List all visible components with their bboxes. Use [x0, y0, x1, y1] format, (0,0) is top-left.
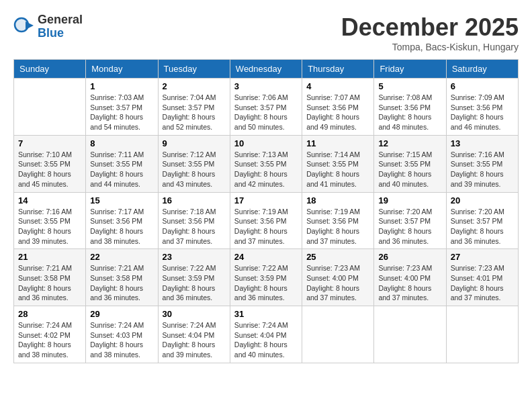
calendar-cell: 30Sunrise: 7:24 AM Sunset: 4:04 PM Dayli… [158, 306, 230, 363]
week-row-2: 7Sunrise: 7:10 AM Sunset: 3:55 PM Daylig… [14, 135, 519, 192]
cell-info: Sunrise: 7:20 AM Sunset: 3:57 PM Dayligh… [378, 207, 441, 246]
calendar-cell: 25Sunrise: 7:23 AM Sunset: 4:00 PM Dayli… [302, 249, 374, 306]
cell-info: Sunrise: 7:23 AM Sunset: 4:00 PM Dayligh… [306, 263, 369, 303]
day-number: 26 [378, 252, 441, 262]
calendar-cell: 1Sunrise: 7:03 AM Sunset: 3:57 PM Daylig… [86, 79, 158, 136]
calendar-cell: 19Sunrise: 7:20 AM Sunset: 3:57 PM Dayli… [374, 192, 446, 249]
calendar-cell: 24Sunrise: 7:22 AM Sunset: 3:59 PM Dayli… [230, 249, 302, 306]
day-number: 27 [451, 252, 514, 262]
calendar-cell: 28Sunrise: 7:24 AM Sunset: 4:02 PM Dayli… [14, 306, 86, 363]
cell-info: Sunrise: 7:10 AM Sunset: 3:55 PM Dayligh… [18, 150, 81, 189]
cell-info: Sunrise: 7:24 AM Sunset: 4:02 PM Dayligh… [18, 320, 81, 360]
calendar-cell [14, 79, 86, 136]
day-header-friday: Friday [374, 60, 446, 79]
day-header-wednesday: Wednesday [230, 60, 302, 79]
week-row-5: 28Sunrise: 7:24 AM Sunset: 4:02 PM Dayli… [14, 306, 519, 363]
day-number: 22 [90, 252, 153, 262]
day-number: 7 [18, 138, 81, 148]
calendar-cell: 13Sunrise: 7:16 AM Sunset: 3:55 PM Dayli… [446, 135, 518, 192]
cell-info: Sunrise: 7:24 AM Sunset: 4:03 PM Dayligh… [90, 320, 153, 360]
cell-info: Sunrise: 7:15 AM Sunset: 3:55 PM Dayligh… [378, 150, 441, 189]
week-row-3: 14Sunrise: 7:16 AM Sunset: 3:55 PM Dayli… [14, 192, 519, 249]
day-number: 9 [163, 138, 226, 148]
day-number: 21 [18, 252, 81, 262]
cell-info: Sunrise: 7:19 AM Sunset: 3:56 PM Dayligh… [306, 207, 369, 246]
cell-info: Sunrise: 7:14 AM Sunset: 3:55 PM Dayligh… [306, 150, 369, 189]
day-number: 13 [451, 138, 514, 148]
cell-info: Sunrise: 7:20 AM Sunset: 3:57 PM Dayligh… [451, 207, 514, 246]
day-header-monday: Monday [86, 60, 158, 79]
logo-icon [13, 16, 35, 38]
calendar-cell: 18Sunrise: 7:19 AM Sunset: 3:56 PM Dayli… [302, 192, 374, 249]
week-row-4: 21Sunrise: 7:21 AM Sunset: 3:58 PM Dayli… [14, 249, 519, 306]
calendar-cell: 3Sunrise: 7:06 AM Sunset: 3:57 PM Daylig… [230, 79, 302, 136]
cell-info: Sunrise: 7:17 AM Sunset: 3:56 PM Dayligh… [90, 207, 153, 246]
calendar-cell: 20Sunrise: 7:20 AM Sunset: 3:57 PM Dayli… [446, 192, 518, 249]
logo-blue: Blue [38, 27, 83, 40]
cell-info: Sunrise: 7:06 AM Sunset: 3:57 PM Dayligh… [234, 93, 298, 132]
day-number: 23 [163, 252, 226, 262]
day-number: 19 [378, 195, 441, 205]
cell-info: Sunrise: 7:21 AM Sunset: 3:58 PM Dayligh… [90, 263, 153, 303]
day-number: 18 [306, 195, 369, 205]
day-number: 12 [378, 138, 441, 148]
day-number: 11 [306, 138, 369, 148]
day-number: 20 [451, 195, 514, 205]
day-number: 10 [234, 138, 298, 148]
calendar-cell [374, 306, 446, 363]
cell-info: Sunrise: 7:24 AM Sunset: 4:04 PM Dayligh… [163, 320, 226, 360]
day-header-thursday: Thursday [302, 60, 374, 79]
cell-info: Sunrise: 7:07 AM Sunset: 3:56 PM Dayligh… [306, 93, 369, 132]
day-number: 8 [90, 138, 153, 148]
cell-info: Sunrise: 7:19 AM Sunset: 3:56 PM Dayligh… [234, 207, 298, 246]
month-title: December 2025 [341, 13, 519, 42]
calendar-cell: 12Sunrise: 7:15 AM Sunset: 3:55 PM Dayli… [374, 135, 446, 192]
calendar-cell [302, 306, 374, 363]
calendar-cell: 31Sunrise: 7:24 AM Sunset: 4:04 PM Dayli… [230, 306, 302, 363]
calendar-cell: 8Sunrise: 7:11 AM Sunset: 3:55 PM Daylig… [86, 135, 158, 192]
cell-info: Sunrise: 7:23 AM Sunset: 4:00 PM Dayligh… [378, 263, 441, 303]
calendar-cell: 16Sunrise: 7:18 AM Sunset: 3:56 PM Dayli… [158, 192, 230, 249]
day-number: 24 [234, 252, 298, 262]
calendar-cell: 15Sunrise: 7:17 AM Sunset: 3:56 PM Dayli… [86, 192, 158, 249]
calendar-cell: 14Sunrise: 7:16 AM Sunset: 3:55 PM Dayli… [14, 192, 86, 249]
calendar-cell: 7Sunrise: 7:10 AM Sunset: 3:55 PM Daylig… [14, 135, 86, 192]
day-header-saturday: Saturday [446, 60, 518, 79]
calendar-cell: 6Sunrise: 7:09 AM Sunset: 3:56 PM Daylig… [446, 79, 518, 136]
day-number: 2 [163, 81, 226, 91]
location: Tompa, Bacs-Kiskun, Hungary [341, 42, 519, 52]
cell-info: Sunrise: 7:03 AM Sunset: 3:57 PM Dayligh… [90, 93, 153, 132]
day-number: 14 [18, 195, 81, 205]
cell-info: Sunrise: 7:09 AM Sunset: 3:56 PM Dayligh… [451, 93, 514, 132]
cell-info: Sunrise: 7:23 AM Sunset: 4:01 PM Dayligh… [451, 263, 514, 303]
calendar-cell: 21Sunrise: 7:21 AM Sunset: 3:58 PM Dayli… [14, 249, 86, 306]
day-header-tuesday: Tuesday [158, 60, 230, 79]
calendar-cell: 10Sunrise: 7:13 AM Sunset: 3:55 PM Dayli… [230, 135, 302, 192]
calendar: SundayMondayTuesdayWednesdayThursdayFrid… [13, 59, 519, 363]
calendar-cell: 17Sunrise: 7:19 AM Sunset: 3:56 PM Dayli… [230, 192, 302, 249]
cell-info: Sunrise: 7:08 AM Sunset: 3:56 PM Dayligh… [378, 93, 441, 132]
day-number: 29 [90, 309, 153, 319]
title-area: December 2025 Tompa, Bacs-Kiskun, Hungar… [341, 13, 519, 52]
day-number: 25 [306, 252, 369, 262]
day-number: 5 [378, 81, 441, 91]
cell-info: Sunrise: 7:18 AM Sunset: 3:56 PM Dayligh… [163, 207, 226, 246]
calendar-cell: 29Sunrise: 7:24 AM Sunset: 4:03 PM Dayli… [86, 306, 158, 363]
logo: General Blue [13, 13, 83, 40]
day-number: 1 [90, 81, 153, 91]
logo-general: General [38, 13, 83, 27]
calendar-cell: 27Sunrise: 7:23 AM Sunset: 4:01 PM Dayli… [446, 249, 518, 306]
day-header-sunday: Sunday [14, 60, 86, 79]
calendar-cell: 11Sunrise: 7:14 AM Sunset: 3:55 PM Dayli… [302, 135, 374, 192]
cell-info: Sunrise: 7:16 AM Sunset: 3:55 PM Dayligh… [451, 150, 514, 189]
day-number: 30 [163, 309, 226, 319]
calendar-cell: 4Sunrise: 7:07 AM Sunset: 3:56 PM Daylig… [302, 79, 374, 136]
cell-info: Sunrise: 7:21 AM Sunset: 3:58 PM Dayligh… [18, 263, 81, 303]
cell-info: Sunrise: 7:22 AM Sunset: 3:59 PM Dayligh… [234, 263, 298, 303]
cell-info: Sunrise: 7:04 AM Sunset: 3:57 PM Dayligh… [163, 93, 226, 132]
logo-text: General Blue [38, 13, 83, 40]
cell-info: Sunrise: 7:16 AM Sunset: 3:55 PM Dayligh… [18, 207, 81, 246]
calendar-cell: 9Sunrise: 7:12 AM Sunset: 3:55 PM Daylig… [158, 135, 230, 192]
day-number: 28 [18, 309, 81, 319]
cell-info: Sunrise: 7:13 AM Sunset: 3:55 PM Dayligh… [234, 150, 298, 189]
